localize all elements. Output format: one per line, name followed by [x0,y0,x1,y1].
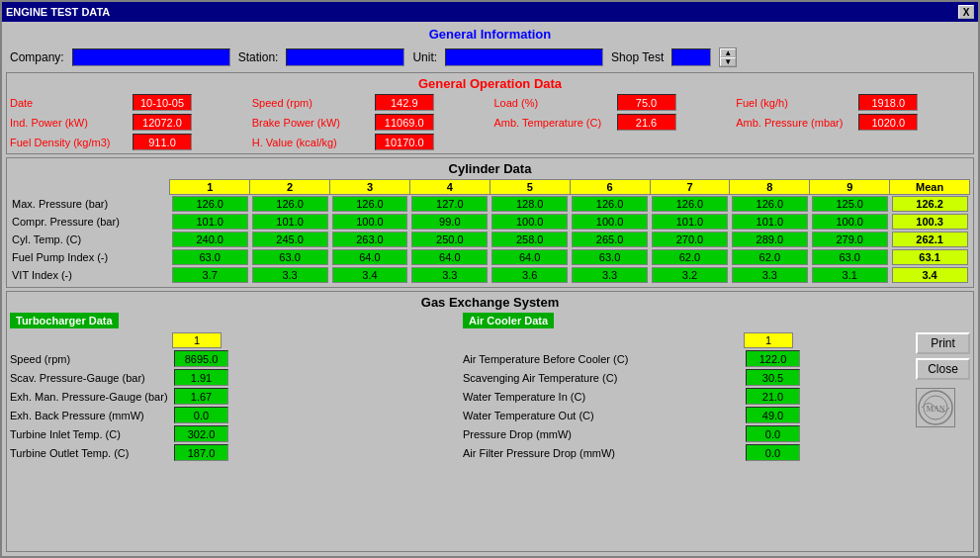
cyl-cell-2-3: 250.0 [409,231,490,248]
spinner[interactable]: ▲ ▼ [719,47,737,67]
cyl-cell-4-3: 3.3 [409,266,490,284]
operation-header: General Operation Data [10,76,970,91]
cyl-cell-1-6: 101.0 [650,213,730,231]
op-value-1: 142.9 [375,94,434,111]
aircooler-row-1: Scavenging Air Temperature (C)30.5 [463,369,908,386]
cyl-cell-0-5: 126.0 [570,195,650,214]
op-label-2: Load (%) [494,97,613,109]
op-cell-6: Amb. Temperature (C) 21.6 [494,114,729,131]
col-7: 7 [650,180,730,195]
company-input[interactable] [72,48,230,66]
print-button[interactable]: Print [916,332,970,354]
cyl-cell-0-2: 126.0 [330,195,410,214]
cyl-cell-0-1: 126.0 [250,195,330,214]
cyl-cell-1-8: 100.0 [810,213,890,231]
unit-input[interactable] [445,48,603,66]
aircooler-label-3: Water Temperature Out (C) [463,410,740,421]
col-6: 6 [570,180,650,195]
aircooler-label-0: Air Temperature Before Cooler (C) [463,353,740,365]
aircooler-label-2: Water Temperature In (C) [463,391,740,403]
cyl-cell-2-4: 258.0 [490,231,570,248]
cyl-row-label-2: Cyl. Temp. (C) [10,231,170,248]
cyl-cell-1-4: 100.0 [490,213,570,231]
col-5: 5 [490,180,570,195]
cyl-cell-1-7: 101.0 [730,213,810,231]
op-cell-10 [494,134,729,150]
col-4: 4 [409,180,490,195]
cyl-cell-3-4: 64.0 [490,248,570,266]
cyl-cell-0-0: 126.0 [170,195,250,214]
shop-test-input[interactable] [671,48,711,66]
op-cell-11 [736,134,970,150]
cyl-row-label-0: Max. Pressure (bar) [10,195,170,214]
cylinder-header: Cylinder Data [10,161,970,176]
turbo-row-5: Turbine Outlet Temp. (C)187.0 [10,444,455,461]
aircooler-col-num: 1 [744,332,793,348]
turbo-label-0: Speed (rpm) [10,353,168,365]
op-value-3: 1918.0 [858,94,918,111]
cyl-cell-3-2: 64.0 [330,248,410,266]
aircooler-row-5: Air Filter Pressure Drop (mmW)0.0 [463,444,908,461]
op-cell-8: Fuel Density (kg/m3) 911.0 [10,134,244,150]
cyl-cell-3-0: 63.0 [170,248,250,266]
cyl-cell-0-6: 126.0 [650,195,730,214]
op-label-6: Amb. Temperature (C) [494,117,613,129]
cyl-cell-4-6: 3.2 [650,266,730,284]
aircooler-label-4: Pressure Drop (mmW) [463,428,740,440]
turbo-row-2: Exh. Man. Pressure-Gauge (bar)1.67 [10,388,455,405]
cyl-cell-3-5: 63.0 [570,248,650,266]
op-value-4: 12072.0 [133,114,192,131]
op-value-6: 21.6 [617,114,676,131]
aircooler-label-5: Air Filter Pressure Drop (mmW) [463,447,740,459]
op-cell-9: H. Value (kcal/kg) 10170.0 [252,134,487,150]
op-value-8: 911.0 [133,134,192,150]
unit-label: Unit: [412,50,437,64]
cyl-cell-1-3: 99.0 [409,213,490,231]
cyl-cell-1-0: 101.0 [170,213,250,231]
general-info-row: Company: Station: Unit: Shop Test ▲ ▼ [6,46,974,69]
cyl-cell-4-4: 3.6 [490,266,570,284]
turbo-row-4: Turbine Inlet Temp. (C)302.0 [10,425,455,442]
turbo-row-1: Scav. Pressure-Gauge (bar)1.91 [10,369,455,386]
gas-header: Gas Exchange System [10,295,970,310]
aircooler-row-0: Air Temperature Before Cooler (C)122.0 [463,350,908,367]
aircooler-value-2: 21.0 [746,388,800,405]
op-cell-2: Load (%) 75.0 [494,94,729,111]
op-label-4: Ind. Power (kW) [10,117,129,129]
cyl-cell-2-6: 270.0 [650,231,730,248]
cyl-cell-3-8: 63.0 [810,248,890,266]
cyl-cell-4-8: 3.1 [810,266,890,284]
op-label-3: Fuel (kg/h) [736,97,854,109]
content-area: General Information Company: Station: Un… [2,22,978,556]
op-value-7: 1020.0 [858,114,918,131]
aircooler-label-1: Scavenging Air Temperature (C) [463,372,740,384]
turbo-value-5: 187.0 [174,444,228,461]
cyl-cell-4-2: 3.4 [330,266,410,284]
station-input[interactable] [286,48,404,66]
spinner-up[interactable]: ▲ [720,48,736,57]
op-label-1: Speed (rpm) [252,97,371,109]
turbo-value-2: 1.67 [174,388,228,405]
spinner-down[interactable]: ▼ [720,57,736,66]
op-cell-0: Date 10-10-05 [10,94,244,111]
col-8: 8 [730,180,810,195]
op-value-9: 10170.0 [375,134,434,150]
turbo-col-num: 1 [172,332,222,348]
op-value-5: 11069.0 [375,114,434,131]
turbo-row-0: Speed (rpm)8695.0 [10,350,455,367]
op-label-5: Brake Power (kW) [252,117,371,129]
turbo-label-4: Turbine Inlet Temp. (C) [10,428,168,440]
turbo-value-0: 8695.0 [174,350,228,367]
turbo-value-3: 0.0 [174,407,228,423]
close-button[interactable]: Close [916,358,970,380]
cylinder-table: 1 2 3 4 5 6 7 8 9 Mean Max. Pressure (ba… [10,179,970,284]
cyl-mean-0: 126.2 [890,195,970,214]
op-cell-3: Fuel (kg/h) 1918.0 [736,94,970,111]
operation-section: General Operation Data Date 10-10-05 Spe… [6,72,974,154]
shop-test-label: Shop Test [611,50,664,64]
window-close-button[interactable]: X [958,5,974,19]
turbo-label-2: Exh. Man. Pressure-Gauge (bar) [10,391,168,403]
window-title: ENGINE TEST DATA [6,6,110,18]
col-2: 2 [250,180,330,195]
aircooler-value-1: 30.5 [746,369,800,386]
